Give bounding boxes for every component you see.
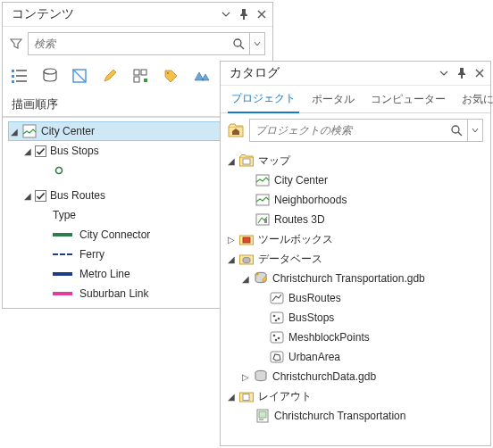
expand-toggle[interactable]: ◢ — [22, 191, 33, 201]
legend-label: Metro Line — [78, 268, 130, 280]
folder-maps[interactable]: ◢ マップ — [226, 151, 487, 170]
tab-computer[interactable]: コンピューター — [367, 87, 449, 112]
contents-search-input[interactable] — [29, 36, 228, 52]
folder-toolboxes[interactable]: ▷ ツールボックス — [226, 229, 487, 249]
folder-label: データベース — [256, 252, 322, 267]
line-swatch-icon — [53, 272, 72, 276]
svg-rect-11 — [23, 125, 36, 137]
svg-rect-29 — [271, 312, 283, 323]
pin-icon[interactable] — [238, 9, 249, 20]
dropdown-icon[interactable] — [221, 9, 231, 20]
expand-toggle[interactable]: ◢ — [240, 274, 251, 284]
map-icon — [255, 192, 271, 208]
tab-favorites[interactable]: お気に入り — [458, 87, 493, 112]
list-by-snapping-icon[interactable] — [131, 66, 151, 86]
svg-rect-3 — [12, 80, 14, 83]
folder-label: ツールボックス — [256, 232, 333, 247]
visibility-checkbox[interactable] — [35, 190, 46, 202]
visibility-checkbox[interactable] — [35, 145, 46, 157]
layout-label: Christchurch Transportation — [272, 410, 405, 422]
svg-rect-28 — [271, 293, 283, 303]
type-label: Type — [51, 209, 76, 221]
expand-toggle[interactable]: ◢ — [226, 254, 237, 264]
line-fc-icon — [269, 290, 285, 306]
legend-label: Ferry — [78, 248, 104, 261]
search-icon[interactable] — [446, 124, 467, 137]
map-item[interactable]: Neighborhoods — [226, 190, 487, 210]
list-by-data-source-icon[interactable] — [40, 66, 60, 86]
list-by-labeling-icon[interactable] — [162, 66, 181, 86]
gdb-item[interactable]: ◢ Christchurch Transportation.gdb — [226, 269, 487, 288]
fc-item[interactable]: MeshblockPoints — [226, 328, 487, 347]
databases-folder-icon — [238, 251, 255, 267]
list-by-drawing-order-icon[interactable] — [10, 66, 29, 86]
window-controls — [439, 68, 485, 79]
fc-item[interactable]: BusRoutes — [226, 288, 487, 308]
expand-toggle[interactable]: ◢ — [9, 127, 20, 137]
list-by-editing-icon[interactable] — [101, 66, 121, 86]
expand-toggle[interactable]: ▷ — [226, 235, 237, 245]
map-item[interactable]: City Center — [226, 170, 487, 190]
gdb-label: Christchurch Transportation.gdb — [271, 272, 425, 285]
svg-point-32 — [275, 319, 278, 322]
svg-rect-2 — [12, 75, 14, 78]
filter-icon[interactable] — [10, 37, 22, 50]
svg-point-0 — [234, 39, 241, 46]
folder-label: レイアウト — [256, 389, 312, 404]
contents-search[interactable] — [28, 32, 265, 55]
gdb-label: ChristchurchData.gdb — [271, 370, 376, 383]
search-dropdown-icon[interactable] — [249, 33, 264, 54]
contents-title: コンテンツ — [12, 6, 74, 22]
layout-icon — [255, 408, 271, 424]
toolbox-folder-icon — [238, 231, 255, 247]
polygon-fc-icon — [269, 349, 285, 365]
catalog-tree: ◢ マップ City Center Neighborhoods Routes 3… — [221, 147, 490, 433]
map-item-label: Neighborhoods — [272, 194, 347, 206]
svg-point-30 — [273, 315, 276, 318]
home-folder-icon[interactable] — [228, 122, 244, 138]
expand-toggle[interactable]: ◢ — [226, 156, 237, 166]
svg-rect-42 — [259, 411, 266, 418]
list-by-perspective-icon[interactable] — [192, 66, 212, 86]
contents-search-row — [3, 27, 272, 61]
gdb-icon — [253, 369, 269, 385]
close-icon[interactable] — [256, 9, 267, 20]
svg-rect-9 — [144, 79, 147, 82]
expand-toggle[interactable]: ▷ — [240, 372, 251, 382]
fc-label: BusStops — [287, 311, 334, 324]
search-dropdown-icon[interactable] — [467, 120, 482, 141]
expand-toggle[interactable]: ◢ — [22, 146, 33, 156]
gdb-item[interactable]: ▷ ChristchurchData.gdb — [226, 367, 487, 386]
list-by-selection-icon[interactable] — [71, 66, 90, 86]
svg-point-4 — [44, 69, 56, 74]
layer-label: Bus Routes — [48, 189, 105, 202]
maps-folder-icon — [238, 153, 255, 169]
tab-portal[interactable]: ポータル — [308, 87, 358, 112]
svg-rect-14 — [36, 190, 46, 201]
dropdown-icon[interactable] — [439, 68, 449, 79]
svg-rect-33 — [271, 332, 283, 343]
layout-item[interactable]: Christchurch Transportation — [226, 406, 487, 426]
svg-rect-1 — [12, 70, 14, 72]
point-fc-icon — [269, 310, 285, 326]
map-item-label: Routes 3D — [272, 213, 325, 226]
fc-label: UrbanArea — [287, 351, 340, 363]
scene-icon — [255, 212, 271, 228]
expand-toggle[interactable]: ◢ — [226, 392, 237, 402]
map-item[interactable]: Routes 3D — [226, 210, 487, 229]
fc-item[interactable]: BusStops — [226, 308, 487, 328]
search-icon[interactable] — [228, 37, 249, 50]
folder-layouts[interactable]: ◢ レイアウト — [226, 386, 487, 406]
svg-rect-22 — [264, 219, 267, 223]
catalog-search[interactable] — [249, 119, 483, 142]
catalog-search-input[interactable] — [250, 122, 446, 138]
tab-project[interactable]: プロジェクト — [228, 86, 299, 113]
svg-rect-43 — [259, 419, 263, 420]
svg-point-35 — [278, 337, 280, 340]
legend-label: Suburban Link — [78, 287, 148, 300]
close-icon[interactable] — [474, 68, 485, 79]
fc-item[interactable]: UrbanArea — [226, 347, 487, 367]
folder-databases[interactable]: ◢ データベース — [226, 249, 487, 269]
pin-icon[interactable] — [456, 68, 467, 79]
catalog-titlebar: カタログ — [221, 62, 490, 86]
